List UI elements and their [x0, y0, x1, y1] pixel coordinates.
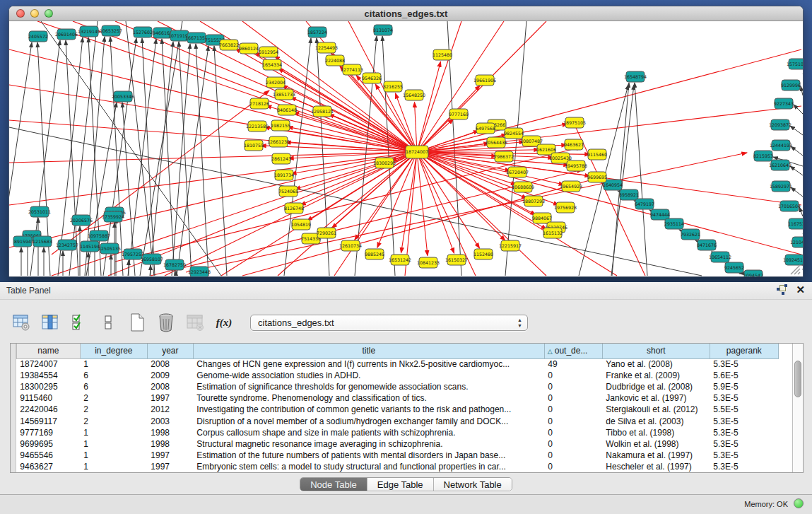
graph-node[interactable]: 12213589: [246, 121, 269, 132]
graph-node[interactable]: 9860124: [239, 43, 259, 54]
table-cell-pagerank[interactable]: 5.3E-5: [710, 415, 778, 426]
table-cell-name[interactable]: 18300295: [16, 381, 80, 392]
table-cell-in_degree[interactable]: 6: [80, 381, 147, 392]
delete-rows-icon[interactable]: [156, 313, 176, 332]
table-cell-short[interactable]: Jankovic et al. (1997): [602, 392, 710, 404]
graph-node[interactable]: 16782759: [163, 259, 186, 270]
table-cell-name[interactable]: 22420046: [16, 404, 80, 415]
table-cell-short[interactable]: Stergiakouli et al. (2012): [602, 404, 710, 415]
graph-node[interactable]: 8958921: [619, 189, 639, 200]
table-cell-pagerank[interactable]: 5.9E-5: [710, 381, 778, 392]
table-cell-in_degree[interactable]: 2: [80, 415, 147, 426]
graph-node[interactable]: 9777169: [449, 109, 469, 119]
table-row[interactable]: 969969511998Structural magnetic resonanc…: [16, 438, 778, 450]
column-header-title[interactable]: title: [193, 344, 544, 358]
graph-node[interactable]: 7290261: [317, 228, 336, 238]
table-cell-title[interactable]: Investigating the contribution of common…: [193, 404, 544, 415]
graph-node[interactable]: 15892971: [770, 181, 792, 192]
column-header-in_degree[interactable]: in_degree: [80, 344, 147, 358]
graph-node[interactable]: 16150327: [445, 255, 468, 265]
table-cell-short[interactable]: Franke et al. (2009): [602, 370, 710, 381]
table-cell-in_degree[interactable]: 1: [80, 427, 147, 438]
table-settings-icon[interactable]: [11, 313, 31, 332]
graph-node[interactable]: 12104502: [790, 237, 803, 247]
graph-node[interactable]: 9227343: [774, 98, 794, 109]
table-cell-in_degree[interactable]: 1: [80, 358, 147, 370]
table-row[interactable]: 977716911998Corpus callosum shape and si…: [16, 427, 778, 438]
table-cell-out_degree[interactable]: 0: [544, 438, 602, 450]
resize-grip[interactable]: [791, 265, 800, 274]
graph-node[interactable]: 12254493: [315, 42, 338, 53]
graph-node[interactable]: 15751074: [787, 59, 803, 69]
graph-hub-node[interactable]: 18724007: [406, 146, 428, 158]
table-cell-short[interactable]: de Silva et al. (2003): [602, 415, 710, 426]
graph-node[interactable]: 10924510: [783, 255, 803, 265]
graph-node[interactable]: 891594: [13, 236, 32, 247]
vertical-scrollbar[interactable]: [792, 344, 803, 472]
graph-node[interactable]: 8126748: [284, 203, 304, 214]
table-cell-pagerank[interactable]: 5.3E-5: [710, 392, 778, 404]
graph-node[interactable]: 3216255: [383, 81, 403, 92]
graph-node[interactable]: 10688609: [512, 182, 534, 192]
table-cell-in_degree[interactable]: 1: [80, 461, 147, 472]
table-cell-year[interactable]: 2012: [147, 404, 193, 415]
graph-node[interactable]: 2935114: [664, 218, 684, 229]
table-row[interactable]: 946554611997Estimation of the future num…: [16, 450, 778, 461]
table-cell-name[interactable]: 14569117: [16, 415, 80, 426]
table-row[interactable]: 946362711997Embryonic stem cells: a mode…: [16, 461, 778, 472]
table-cell-out_degree[interactable]: 0: [544, 381, 602, 392]
memory-ok-icon[interactable]: [794, 498, 804, 508]
table-cell-out_degree[interactable]: 0: [544, 370, 602, 381]
graph-node[interactable]: 2405572: [28, 31, 48, 42]
graph-node[interactable]: 9824554: [504, 128, 524, 139]
float-panel-icon[interactable]: [777, 284, 787, 295]
graph-node[interactable]: 20053346: [112, 91, 134, 102]
table-cell-year[interactable]: 1997: [147, 461, 193, 472]
table-cell-out_degree[interactable]: 0: [544, 427, 602, 438]
show-columns-icon[interactable]: [40, 313, 60, 332]
graph-node[interactable]: 1125480: [433, 49, 452, 60]
graph-node[interactable]: 1145194: [80, 241, 100, 252]
graph-node[interactable]: 17359924: [102, 211, 124, 222]
table-cell-out_degree[interactable]: 0: [544, 404, 602, 415]
graph-node[interactable]: 12342757: [56, 240, 78, 250]
table-cell-in_degree[interactable]: 2: [80, 404, 147, 415]
graph-node[interactable]: 12444193: [770, 140, 792, 151]
merge-rows-icon[interactable]: [98, 313, 118, 332]
graph-node[interactable]: 10975887: [88, 230, 110, 241]
table-row[interactable]: 1456911722003Disruption of a novel membe…: [16, 415, 778, 426]
graph-node[interactable]: 2224088: [325, 55, 345, 66]
graph-node[interactable]: 13851733: [273, 89, 295, 100]
new-file-icon[interactable]: [127, 313, 147, 332]
table-source-dropdown[interactable]: citations_edges.txt ▲▼: [250, 315, 528, 331]
table-cell-pagerank[interactable]: 5.3E-5: [710, 461, 778, 472]
graph-node[interactable]: 1054819: [291, 219, 311, 230]
graph-node[interactable]: 19495788: [565, 160, 587, 171]
graph-node[interactable]: 1810755: [244, 140, 264, 151]
graph-node[interactable]: 9546326: [362, 73, 382, 83]
graph-node[interactable]: 13219149: [78, 26, 100, 37]
graph-node[interactable]: 1982155: [271, 120, 290, 131]
table-cell-short[interactable]: Tibbo et al. (1998): [602, 427, 710, 438]
graph-node[interactable]: 1215683: [33, 236, 52, 247]
graph-node[interactable]: 8471676: [697, 240, 717, 250]
graph-node[interactable]: 8131074: [373, 25, 393, 35]
table-cell-name[interactable]: 9463627: [16, 461, 80, 472]
table-cell-short[interactable]: Hescheler et al. (1997): [602, 461, 710, 472]
graph-node[interactable]: 16531242: [389, 255, 411, 265]
table-cell-name[interactable]: 9699695: [16, 438, 80, 450]
table-cell-pagerank[interactable]: 5.3E-5: [710, 427, 778, 438]
column-header-pagerank[interactable]: pagerank: [710, 344, 778, 358]
table-cell-title[interactable]: Structural magnetic resonance image aver…: [193, 438, 544, 450]
table-cell-name[interactable]: 18724007: [16, 358, 80, 370]
graph-node[interactable]: 18807293: [522, 196, 545, 206]
network-canvas[interactable]: 2405572206914061321914910653257152760294…: [9, 21, 803, 276]
table-cell-in_degree[interactable]: 1: [80, 450, 147, 461]
graph-node[interactable]: 6497568: [476, 123, 495, 134]
table-cell-year[interactable]: 1998: [147, 427, 193, 438]
graph-node[interactable]: 2342004: [266, 77, 286, 88]
tab-node-table[interactable]: Node Table: [300, 478, 367, 491]
table-row[interactable]: 911546021997Tourette syndrome. Phenomeno…: [16, 392, 778, 404]
table-cell-name[interactable]: 9115460: [16, 392, 80, 404]
table-cell-pagerank[interactable]: 5.3E-5: [710, 438, 778, 450]
